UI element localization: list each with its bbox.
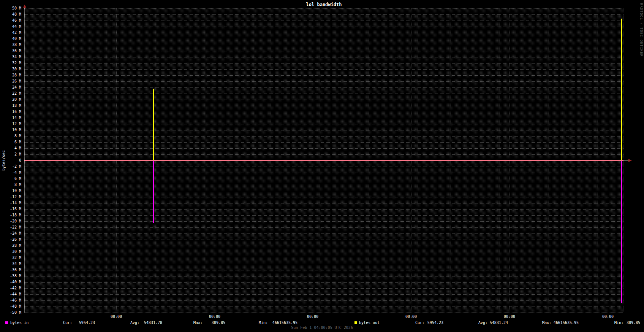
y-tick-label: -14 M	[0, 201, 21, 205]
y-tick-label: 44 M	[0, 24, 21, 29]
y-tick-label: 12 M	[0, 122, 21, 126]
stat-val-max-out: 46615635.95	[551, 321, 579, 325]
y-tick-label: -6 M	[0, 176, 21, 181]
y-tick-label: 6 M	[0, 140, 21, 145]
y-tick-label: -2 M	[0, 164, 21, 169]
y-tick-label: 28 M	[0, 73, 21, 78]
y-tick-label: 50 M	[0, 6, 21, 11]
y-tick-label: 24 M	[0, 85, 21, 90]
timestamp-footer: Sun Feb 1 04:00:05 UTC 2026	[0, 326, 644, 330]
y-tick-label: -42 M	[0, 286, 21, 291]
stat-key-cur-out: Cur:	[415, 321, 424, 325]
series-baseline-bytes-out	[24, 160, 623, 160]
series-spike-bytes-in	[153, 161, 154, 223]
y-tick-label: -32 M	[0, 256, 21, 260]
y-tick-label: 42 M	[0, 30, 21, 35]
y-tick-label: 20 M	[0, 97, 21, 102]
stat-val-cur-out: 5954.23	[424, 321, 443, 325]
y-tick-label: -34 M	[0, 262, 21, 266]
y-tick-label: 36 M	[0, 49, 21, 53]
y-tick-label: 38 M	[0, 43, 21, 47]
y-tick-label: 46 M	[0, 18, 21, 23]
y-axis-line	[24, 8, 25, 313]
y-tick-label: -22 M	[0, 225, 21, 230]
graph-title: lol bandwidth	[24, 2, 623, 7]
legend-swatch-bytes-in	[5, 321, 8, 324]
y-tick-label: 32 M	[0, 61, 21, 65]
stat-key-min-in: Min:	[259, 321, 268, 325]
y-tick-label: -48 M	[0, 304, 21, 309]
y-tick-label: -12 M	[0, 195, 21, 199]
y-axis-arrow-icon	[23, 5, 26, 8]
y-tick-label: -30 M	[0, 249, 21, 254]
stat-key-min-out: Min:	[614, 321, 623, 325]
stat-val-min-in: -46615635.95	[268, 321, 297, 325]
legend-label-bytes-out: bytes out	[359, 321, 380, 325]
stat-key-max-out: Max:	[542, 321, 551, 325]
x-axis-arrow-icon	[628, 159, 632, 162]
y-tick-label: -24 M	[0, 231, 21, 236]
y-tick-label: -18 M	[0, 213, 21, 218]
series-spike-bytes-out	[153, 89, 154, 160]
y-tick-label: -46 M	[0, 298, 21, 303]
y-tick-label: -20 M	[0, 219, 21, 224]
y-tick-label: 18 M	[0, 103, 21, 108]
x-tick-label: 00:00	[203, 315, 226, 319]
stat-key-avg-out: Avg:	[478, 321, 487, 325]
legend-label-bytes-in: bytes in	[10, 321, 28, 325]
y-tick-label: 8 M	[0, 134, 21, 138]
y-tick-label: -36 M	[0, 268, 21, 272]
stat-val-avg-out: 54831.24	[487, 321, 508, 325]
rrdtool-watermark: RRDTOOL / TOBI OETIKER	[639, 3, 643, 57]
y-tick-label: 26 M	[0, 79, 21, 84]
x-tick-label: 00:00	[498, 315, 521, 319]
y-tick-label: -26 M	[0, 237, 21, 242]
y-tick-label: 30 M	[0, 67, 21, 71]
y-tick-label: -16 M	[0, 207, 21, 211]
y-tick-label: -40 M	[0, 280, 21, 284]
x-axis-stub	[623, 160, 629, 161]
rrdtool-graph: lol bandwidth RRDTOOL / TOBI OETIKER byt…	[0, 0, 644, 332]
stat-val-cur-in: -5954.23	[71, 321, 95, 325]
y-tick-label: 40 M	[0, 37, 21, 41]
series-spike-bytes-out	[621, 19, 622, 160]
series-spike-bytes-in	[621, 161, 622, 303]
y-tick-label: 34 M	[0, 55, 21, 59]
y-tick-label: 0	[0, 158, 21, 163]
legend-swatch-bytes-out	[354, 321, 357, 324]
y-tick-label: 22 M	[0, 91, 21, 96]
y-tick-label: -38 M	[0, 274, 21, 278]
y-tick-label: -50 M	[0, 310, 21, 315]
y-tick-label: 10 M	[0, 128, 21, 132]
plot-area	[24, 8, 623, 313]
stat-val-max-in: -309.85	[201, 321, 225, 325]
stat-val-min-out: 309.85	[623, 321, 640, 325]
y-tick-label: 2 M	[0, 152, 21, 157]
y-tick-label: 14 M	[0, 116, 21, 120]
series-layer	[24, 8, 623, 313]
x-tick-label: 00:00	[105, 315, 128, 319]
x-tick-label: 00:00	[400, 315, 422, 319]
series-baseline-bytes-in	[24, 160, 623, 161]
y-tick-label: -28 M	[0, 243, 21, 248]
y-tick-label: -10 M	[0, 189, 21, 193]
x-tick-label: 00:00	[597, 315, 619, 319]
y-tick-label: 4 M	[0, 146, 21, 151]
y-tick-label: -44 M	[0, 292, 21, 297]
y-tick-label: 16 M	[0, 110, 21, 114]
y-tick-label: -4 M	[0, 170, 21, 175]
x-tick-label: 00:00	[301, 315, 324, 319]
stat-val-avg-in: -54831.78	[138, 321, 162, 325]
y-tick-label: -8 M	[0, 183, 21, 187]
y-tick-label: 48 M	[0, 12, 21, 17]
